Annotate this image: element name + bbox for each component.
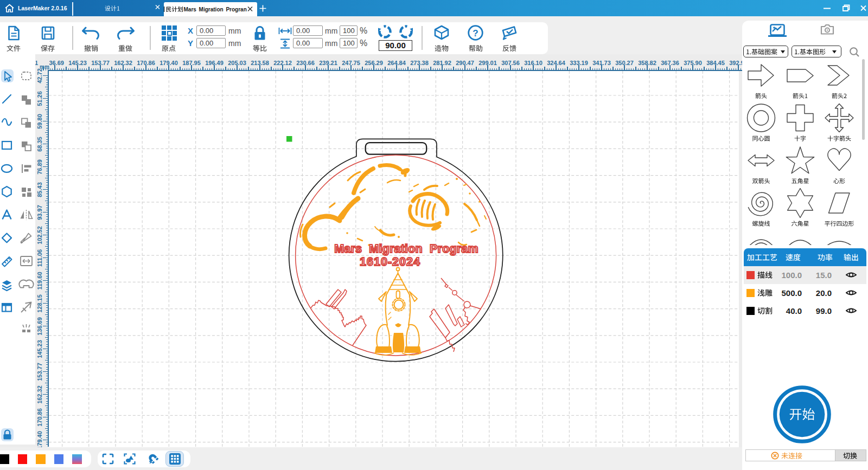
svg-text:247.75: 247.75 — [342, 60, 360, 66]
svg-text:170.86: 170.86 — [36, 408, 43, 427]
svg-text:358.82: 358.82 — [638, 60, 656, 66]
svg-text:384.45: 384.45 — [706, 60, 725, 66]
svg-text:273.38: 273.38 — [410, 60, 429, 66]
svg-text:85.43: 85.43 — [36, 182, 43, 197]
svg-text:36.69: 36.69 — [49, 60, 64, 66]
svg-text:153.77: 153.77 — [36, 363, 43, 381]
svg-text:230.66: 230.66 — [296, 60, 315, 66]
svg-text:316.10: 316.10 — [524, 60, 542, 66]
svg-text:93.97: 93.97 — [36, 205, 43, 220]
svg-text:42.72: 42.72 — [36, 68, 43, 83]
svg-text:290.47: 290.47 — [456, 60, 474, 66]
svg-text:145.23: 145.23 — [68, 60, 87, 66]
svg-text:153.77: 153.77 — [91, 60, 110, 66]
svg-text:222.12: 222.12 — [273, 60, 292, 66]
svg-text:51.26: 51.26 — [36, 91, 43, 106]
svg-text:367.36: 367.36 — [661, 60, 679, 66]
svg-text:392.99: 392.99 — [729, 60, 742, 66]
svg-text:162.32: 162.32 — [114, 60, 132, 66]
svg-text:205.03: 205.03 — [228, 60, 246, 66]
svg-text:179.40: 179.40 — [36, 431, 43, 449]
svg-text:145.23: 145.23 — [36, 340, 43, 358]
svg-text:239.21: 239.21 — [319, 60, 337, 66]
svg-text:119.60: 119.60 — [36, 272, 43, 289]
svg-text:333.19: 333.19 — [570, 60, 588, 66]
svg-text:102.52: 102.52 — [36, 226, 43, 244]
svg-text:341.73: 341.73 — [592, 60, 611, 66]
svg-text:76.89: 76.89 — [36, 159, 43, 175]
svg-text:324.64: 324.64 — [547, 60, 566, 66]
svg-text:68.35: 68.35 — [36, 137, 43, 152]
svg-text:350.27: 350.27 — [615, 60, 634, 66]
svg-text:281.92: 281.92 — [433, 60, 451, 66]
svg-text:375.90: 375.90 — [684, 60, 702, 66]
svg-text:307.56: 307.56 — [501, 60, 520, 66]
svg-text:264.84: 264.84 — [387, 60, 406, 66]
svg-text:162.32: 162.32 — [36, 385, 43, 404]
svg-text:111.06: 111.06 — [36, 249, 43, 267]
svg-text:170.86: 170.86 — [137, 60, 155, 66]
svg-text:256.29: 256.29 — [365, 60, 383, 66]
svg-text:128.15: 128.15 — [36, 294, 43, 313]
svg-text:213.58: 213.58 — [251, 60, 269, 66]
svg-text:136.69: 136.69 — [36, 317, 43, 336]
svg-text:196.49: 196.49 — [205, 60, 224, 66]
svg-text:299.01: 299.01 — [478, 60, 497, 66]
svg-text:mm: mm — [40, 64, 49, 70]
svg-text:187.95: 187.95 — [182, 60, 201, 66]
svg-text:59.80: 59.80 — [36, 114, 43, 129]
svg-text:179.40: 179.40 — [159, 60, 178, 66]
